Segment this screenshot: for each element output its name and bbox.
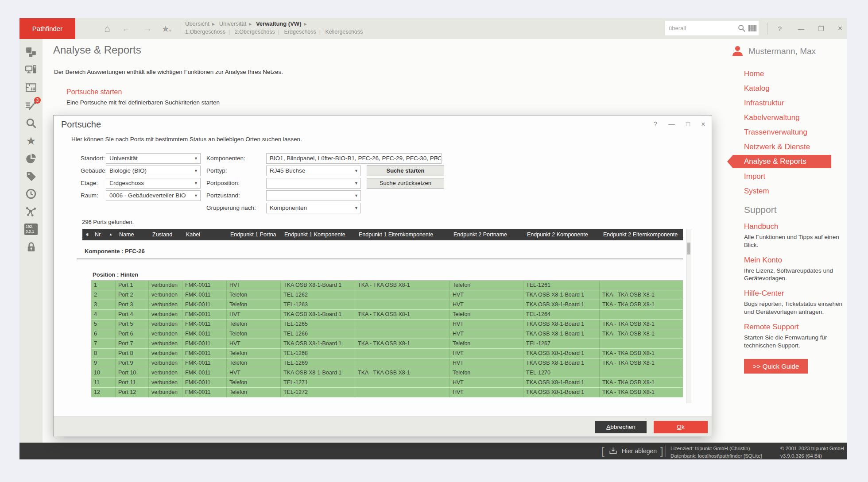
column-header-ep2-elternkomponente[interactable]: Endpunkt 2 Elternkomponente bbox=[601, 229, 683, 240]
table-cell: 5 bbox=[91, 320, 116, 329]
handbuch-link[interactable]: Handbuch bbox=[744, 222, 845, 231]
table-row[interactable]: 5Port 5verbundenFMK-0011TelefonTEL-1265H… bbox=[91, 320, 683, 329]
raum-dropdown[interactable]: 0006 - Gebäudeverteiler BIO▼ bbox=[106, 190, 201, 201]
breadcrumb-item[interactable]: Übersicht bbox=[185, 20, 209, 27]
table-scrollbar[interactable] bbox=[686, 229, 691, 403]
floorplan-icon[interactable] bbox=[24, 81, 38, 94]
menu-item-trassenverwaltung[interactable]: Trassenverwaltung bbox=[733, 125, 831, 139]
favorite-add-icon[interactable]: ★+ bbox=[158, 18, 175, 39]
gruppierung-dropdown[interactable]: Komponenten▼ bbox=[266, 203, 361, 213]
table-cell: TKA - TKA OSB X8-1 bbox=[600, 359, 683, 368]
security-lock-icon[interactable] bbox=[24, 241, 38, 253]
scrollbar-thumb[interactable] bbox=[687, 243, 690, 254]
menu-item-kabelverwaltung[interactable]: Kabelverwaltung bbox=[733, 110, 831, 125]
table-cell: Port 8 bbox=[116, 349, 149, 359]
portsuche-description: Eine Portsuche mit frei definierbaren Su… bbox=[66, 99, 220, 106]
copyright: © 2001-2023 tripunkt GmbH bbox=[780, 445, 844, 452]
maximize-button[interactable]: ❐ bbox=[814, 18, 829, 39]
gebaeude-dropdown[interactable]: Biologie (BIO)▼ bbox=[106, 166, 201, 176]
table-row[interactable]: 2Port 2verbundenFMK-0011TelefonTEL-1262H… bbox=[91, 290, 683, 300]
ip-address-icon[interactable]: 192.0.0.1 bbox=[24, 223, 38, 235]
table-row[interactable]: 4Port 4verbundenFMK-0011HVTTKA OSB X8-1-… bbox=[91, 310, 683, 320]
column-header-nr[interactable]: Nr.▲ bbox=[92, 229, 116, 240]
quick-guide-button[interactable]: >> Quick Guide bbox=[744, 359, 808, 374]
suche-starten-button[interactable]: Suche starten bbox=[367, 166, 444, 176]
dialog-close-button[interactable]: × bbox=[701, 120, 705, 129]
topology-icon[interactable] bbox=[24, 46, 38, 58]
menu-item-system[interactable]: System bbox=[733, 184, 831, 198]
forward-icon[interactable]: → bbox=[139, 18, 156, 39]
dialog-help-button[interactable]: ? bbox=[654, 120, 657, 129]
column-header-kabel[interactable]: Kabel bbox=[183, 229, 228, 240]
remote-support-link[interactable]: Remote Support bbox=[744, 323, 845, 332]
table-row[interactable]: 7Port 7verbundenFMK-0011HVTTKA OSB X8-1-… bbox=[91, 339, 683, 349]
devices-icon[interactable] bbox=[24, 64, 38, 76]
row-marker-header[interactable]: ✱ bbox=[82, 229, 92, 240]
table-row[interactable]: 3Port 3verbundenFMK-0011TelefonTEL-1263H… bbox=[91, 300, 683, 310]
column-header-ep1-elternkomponente[interactable]: Endpunkt 1 Elternkomponente bbox=[356, 229, 451, 240]
dialog-maximize-button[interactable]: □ bbox=[686, 120, 690, 129]
drop-zone[interactable]: [ Hier ablegen ] bbox=[601, 443, 663, 459]
minimize-button[interactable]: — bbox=[794, 18, 809, 39]
floor-link[interactable]: 2.Obergeschoss bbox=[235, 29, 275, 35]
back-icon[interactable]: ← bbox=[117, 18, 135, 39]
floor-link[interactable]: Erdgeschoss bbox=[284, 29, 316, 35]
portposition-dropdown[interactable]: ▼ bbox=[266, 178, 361, 189]
hilfe-center-link[interactable]: Hilfe-Center bbox=[744, 289, 845, 298]
help-button[interactable]: ? bbox=[772, 18, 787, 39]
table-cell: Telefon bbox=[450, 368, 523, 378]
ok-button[interactable]: Ok bbox=[654, 421, 708, 433]
table-row[interactable]: 6Port 6verbundenFMK-0011TelefonTEL-1266H… bbox=[91, 329, 683, 339]
search-icon[interactable] bbox=[737, 24, 746, 33]
menu-item-infrastruktur[interactable]: Infrastruktur bbox=[733, 96, 831, 110]
komponenten-dropdown[interactable]: BIO1, Blindpanel, Lüfter-BIO-B1, PFC-26,… bbox=[266, 153, 442, 164]
portzustand-dropdown[interactable]: ▼ bbox=[266, 190, 361, 201]
porttyp-dropdown[interactable]: RJ45 Buchse▼ bbox=[266, 166, 361, 176]
tasks-icon[interactable]: 3 bbox=[24, 99, 38, 112]
portsuche-starten-link[interactable]: Portsuche starten bbox=[66, 88, 122, 96]
floor-link[interactable]: 1.Obergeschoss bbox=[185, 29, 225, 35]
menu-item-home[interactable]: Home bbox=[733, 66, 831, 81]
table-row[interactable]: 8Port 8verbundenFMK-0011TelefonTEL-1268H… bbox=[91, 349, 683, 359]
suche-zuruecksetzen-button[interactable]: Suche zurücksetzen bbox=[367, 178, 444, 189]
table-row[interactable]: 9Port 9verbundenFMK-0011TelefonTEL-1269H… bbox=[91, 359, 683, 368]
standort-dropdown[interactable]: Universität▼ bbox=[106, 153, 201, 164]
reports-pie-icon[interactable] bbox=[24, 152, 38, 165]
mein-konto-link[interactable]: Mein Konto bbox=[744, 256, 845, 265]
raum-label: Raum: bbox=[81, 192, 98, 199]
column-header-zustand[interactable]: Zustand bbox=[150, 229, 183, 240]
menu-item-analyse-reports[interactable]: Analyse & Reports bbox=[733, 155, 831, 168]
column-header-ep1-komponente[interactable]: Endpunkt 1 Komponente bbox=[282, 229, 356, 240]
menu-item-katalog[interactable]: Katalog bbox=[733, 81, 831, 96]
favorites-icon[interactable]: ★ bbox=[24, 135, 38, 147]
network-icon[interactable] bbox=[24, 205, 38, 218]
table-row[interactable]: 12Port 12verbundenFMK-0011TelefonTEL-127… bbox=[91, 388, 683, 397]
menu-item-netzwerk-dienste[interactable]: Netzwerk & Dienste bbox=[733, 139, 831, 154]
chevron-down-icon: ▼ bbox=[194, 191, 198, 201]
search-input[interactable] bbox=[665, 21, 736, 35]
menu-item-import[interactable]: Import bbox=[733, 169, 831, 184]
dialog-minimize-button[interactable]: — bbox=[668, 120, 675, 129]
search-icon[interactable] bbox=[24, 117, 38, 129]
table-cell: TEL-1272 bbox=[281, 388, 355, 397]
table-row[interactable]: 10Port 10verbundenFMK-0011HVTTKA OSB X8-… bbox=[91, 368, 683, 378]
history-clock-icon[interactable] bbox=[24, 188, 38, 200]
table-row[interactable]: 11Port 11verbundenFMK-0011TelefonTEL-127… bbox=[91, 378, 683, 388]
breadcrumb-item[interactable]: Universität bbox=[219, 20, 246, 27]
column-header-name[interactable]: Name bbox=[116, 229, 150, 240]
table-cell: TKA OSB X8-1-Board 1 bbox=[281, 339, 355, 349]
home-icon[interactable]: ⌂ bbox=[98, 18, 116, 39]
barcode-scan-icon[interactable] bbox=[748, 24, 757, 32]
user-account[interactable]: Mustermann, Max bbox=[731, 45, 816, 58]
tags-icon[interactable] bbox=[24, 170, 38, 182]
column-header-ep1-portname[interactable]: Endpunkt 1 Portna bbox=[228, 229, 282, 240]
close-button[interactable]: × bbox=[833, 18, 848, 39]
breadcrumb-item-current[interactable]: Verwaltung (VW) bbox=[256, 20, 302, 27]
column-header-ep2-komponente[interactable]: Endpunkt 2 Komponente bbox=[524, 229, 601, 240]
column-header-ep2-portname[interactable]: Endpunkt 2 Portname bbox=[451, 229, 524, 240]
floor-link[interactable]: Kellergeschoss bbox=[326, 29, 363, 35]
table-row[interactable]: 1Port 1verbundenFMK-0011HVTTKA OSB X8-1-… bbox=[91, 281, 683, 290]
app-logo[interactable]: Pathfinder bbox=[19, 18, 75, 39]
abbrechen-button[interactable]: Abbrechen bbox=[595, 421, 647, 433]
etage-dropdown[interactable]: Erdgeschoss▼ bbox=[106, 178, 201, 189]
